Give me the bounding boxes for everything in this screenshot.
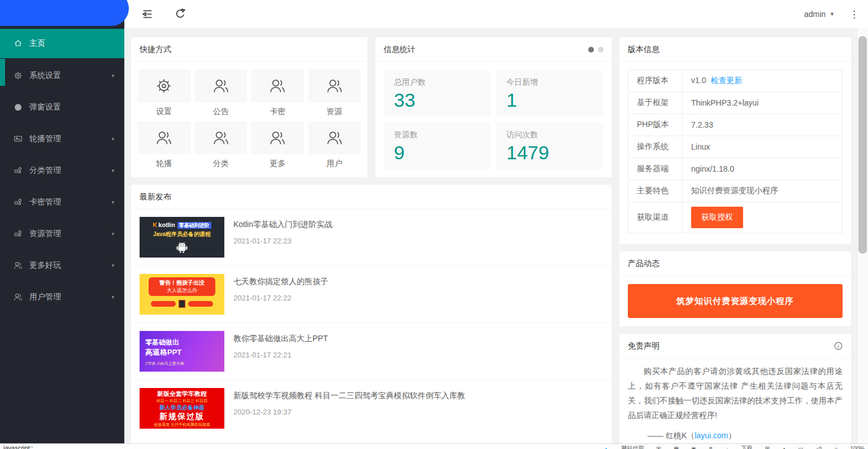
friends-icon [269,77,286,94]
sidebar-item-system-settings[interactable]: 系统设置 ▾ [0,60,124,91]
sidebar-item-label: 主页 [29,38,45,49]
disclaimer-panel: 免责声明 购买本产品的客户请勿涉黄或其他违反国家法律的用途上，如有客户不遵守国家… [619,334,851,443]
carousel-icon [14,134,23,143]
row-label: 基于框架 [628,92,683,114]
product-banner[interactable]: 筑梦知识付费资源变现小程序 [628,284,843,318]
shortcut-label: 更多 [251,159,304,169]
thumbnail-kotlin: Kkotlin零基础到进阶 Java程序员必备的课程 [140,217,224,258]
main-content: 快捷方式 设置 公告 卡密 资源 [124,28,857,443]
row-value: v1.0 [691,76,706,85]
disclaimer-attribution: —— 红桃K（layui.com） [628,429,843,443]
sidebar-scroll-indicator [0,59,5,86]
panel-title: 版本信息 [619,37,851,62]
mail-icon[interactable]: ✉ [656,446,661,449]
sidebar-item-user-mgmt[interactable]: 用户管理 ▾ [0,281,124,313]
stat-label: 今日新增 [506,77,593,88]
stat-value: 33 [394,89,480,111]
shortcut-label: 公告 [195,107,248,117]
sidebar-item-label: 轮播管理 [29,134,61,144]
collapse-menu-icon[interactable] [141,8,154,20]
sidebar-item-carousel-mgmt[interactable]: 轮播管理 ▾ [0,123,124,155]
search-icon[interactable]: ○ [834,446,837,449]
list-item[interactable]: 警告！熊孩子出没 大人该怎么办 七天教你搞定烦人的熊孩子 2021-01-17 … [131,266,611,323]
grid-icon[interactable]: ⊞ [765,446,769,449]
logo-pill [0,0,129,26]
window-icon[interactable]: ▭ [798,446,803,449]
panel-title: 产品动态 [619,251,851,276]
chevron-down-icon: ▾ [111,199,114,205]
stat-card-new-today: 今日新增 1 [496,70,603,117]
sidebar-item-cardkey-mgmt[interactable]: 卡密管理 ▾ [0,186,124,218]
site-credit-label[interactable]: 网站信用 [621,444,644,449]
shortcut-category[interactable]: 分类 [195,121,248,169]
sidebar-item-category-mgmt[interactable]: 分类管理 ▾ [0,155,124,186]
scrollbar-thumb[interactable] [858,36,867,254]
sidebar-item-popup-settings[interactable]: 弹窗设置 [0,91,124,123]
sidebar-item-label: 弹窗设置 [29,102,61,112]
panel-title: 最新发布 [131,185,611,209]
chevron-down-icon: ▾ [111,73,114,79]
sidebar-item-more-fun[interactable]: 更多好玩 ▾ [0,250,124,281]
refresh-icon[interactable] [174,8,186,20]
flash-icon[interactable]: ↯ [709,446,713,449]
template-icon [14,166,23,175]
friends-icon [326,129,343,146]
speaker-icon[interactable]: ◁) [815,446,822,449]
disclaimer-text: 购买本产品的客户请勿涉黄或其他违反国家法律的用途上，如有客户不遵守国家法律 产生… [628,364,843,423]
row-value: nginx/1.18.0 [683,158,843,180]
globe-icon[interactable]: ◉ [691,446,696,449]
download-label[interactable]: 下载 [741,444,752,449]
carousel-dot-active[interactable] [588,47,594,53]
chevron-down-icon: ▼ [830,11,835,17]
shortcut-settings[interactable]: 设置 [138,69,190,117]
list-item[interactable]: 零基础做出 高逼格PPT 2节课 小白马上变大神 教你零基础做出高大上PPT 2… [131,323,611,380]
shortcut-carousel[interactable]: 轮播 [138,121,190,169]
download-arrow-icon[interactable]: ↓ [726,446,728,449]
topbar: admin ▼ ⋮ [124,0,868,28]
list-item[interactable]: Kkotlin零基础到进阶 Java程序员必备的课程 Kotlin零基础入门到进… [131,209,611,266]
sidebar-item-home[interactable]: 主页 [0,29,124,58]
shortcut-resources[interactable]: 资源 [309,69,361,117]
friends-icon [326,77,343,94]
row-label: 程序版本 [628,70,683,92]
sidebar-item-label: 更多好玩 [29,260,61,271]
shortcut-more[interactable]: 更多 [251,121,304,169]
table-row: 获取渠道 获取授权 [628,202,843,233]
friends-icon [14,293,23,302]
clock-icon[interactable]: ◔ [782,446,785,449]
sidebar: 主页 系统设置 ▾ 弹窗设置 轮播管理 ▾ 分类管理 ▾ 卡密管理 ▾ 资源 [0,0,124,443]
product-panel: 产品动态 筑梦知识付费资源变现小程序 [619,251,851,326]
template-icon [14,229,23,238]
chevron-down-icon: ▾ [111,136,114,142]
sidebar-item-resource-mgmt[interactable]: 资源管理 ▾ [0,218,124,250]
check-update-link[interactable]: 检查更新 [710,76,742,85]
latest-panel: 最新发布 Kkotlin零基础到进阶 Java程序员必备的课程 Kotlin零基… [131,185,611,443]
shortcut-cardkey[interactable]: 卡密 [251,69,304,117]
shortcut-users[interactable]: 用户 [309,121,361,169]
page-scrollbar[interactable] [857,28,868,443]
item-date: 2021-01-17 22:21 [233,351,328,359]
row-label: 主要特色 [628,180,683,202]
browser-logo-icon[interactable]: ▲ [604,446,609,449]
panel-title: 免责声明 [619,334,851,358]
layui-link[interactable]: layui.com [695,431,728,440]
table-row: 操作系统 Linux [628,136,843,158]
row-label: 服务器端 [628,158,683,180]
table-row: 主要特色 知识付费资源变现小程序 [628,180,843,202]
android-robot-icon [175,240,189,254]
user-menu[interactable]: admin ▼ [804,10,835,19]
friends-icon [155,129,172,146]
stat-card-visits: 访问次数 1479 [496,123,603,169]
zoom-level[interactable]: 100% [850,446,865,449]
shortcut-announcement[interactable]: 公告 [195,69,248,117]
stat-card-resources: 资源数 9 [384,123,491,169]
get-authorization-button[interactable]: 获取授权 [691,207,743,228]
friends-icon [269,129,286,146]
carousel-dot[interactable] [598,47,604,53]
list-item[interactable]: 新版全套学车教程 科目一 科目二 科目三 科目四 新人学员必备神器 新规保过版 … [131,380,611,437]
image-icon[interactable]: ▦ [674,446,679,449]
topbar-left [141,0,186,28]
table-row: 程序版本 v1.0检查更新 [628,70,843,92]
info-icon[interactable] [834,341,843,351]
more-kebab-icon[interactable]: ⋮ [849,10,859,19]
